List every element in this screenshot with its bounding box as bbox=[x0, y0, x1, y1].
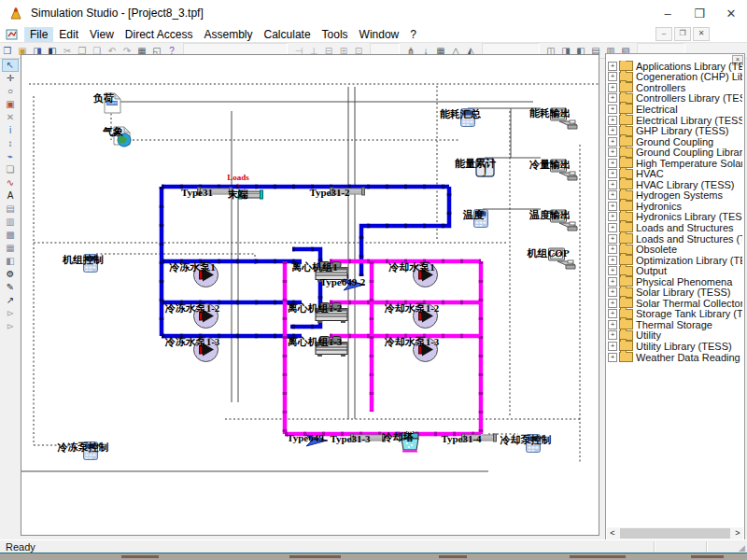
tool-run-icon[interactable]: ↗ bbox=[2, 294, 19, 307]
tree-item-solar-library-tess[interactable]: +Solar Library (TESS) bbox=[608, 287, 742, 298]
expand-icon[interactable]: + bbox=[608, 234, 617, 244]
expand-icon[interactable]: + bbox=[608, 245, 617, 254]
new-icon[interactable]: ❒ bbox=[1, 45, 14, 57]
expand-icon[interactable]: + bbox=[608, 83, 617, 92]
menu-calculate[interactable]: Calculate bbox=[259, 27, 317, 42]
tool-delete-icon[interactable]: ✕ bbox=[2, 111, 19, 124]
tree-item-hydrogen-systems[interactable]: +Hydrogen Systems bbox=[608, 190, 742, 202]
menu-edit[interactable]: Edit bbox=[53, 27, 84, 42]
expand-icon[interactable]: + bbox=[608, 277, 617, 287]
expand-icon[interactable]: + bbox=[608, 287, 617, 297]
expand-icon[interactable]: + bbox=[608, 342, 617, 351]
tool-plug-icon[interactable]: ⌁ bbox=[2, 150, 19, 163]
tool-draw-icon[interactable]: ✎ bbox=[2, 281, 19, 294]
tree-item-hvac[interactable]: +HVAC bbox=[608, 168, 742, 179]
tool-grid-icon[interactable]: ▤ bbox=[2, 203, 19, 216]
resize-grip[interactable]: ◢ bbox=[739, 543, 745, 553]
expand-icon[interactable]: + bbox=[608, 116, 617, 125]
expand-icon[interactable]: + bbox=[608, 330, 617, 340]
tree-item-storage-tank-library-tess[interactable]: +Storage Tank Library (TESS) bbox=[608, 309, 742, 320]
tree-item-controllers[interactable]: +Controllers bbox=[608, 82, 742, 93]
tree-item-controllers-library-tess[interactable]: +Controllers Library (TESS) bbox=[608, 93, 742, 105]
app-logo-icon bbox=[7, 6, 24, 21]
menu-window[interactable]: Window bbox=[354, 27, 405, 42]
tree-item-output[interactable]: +Output bbox=[608, 265, 742, 276]
mdi-restore-button[interactable]: ❐ bbox=[674, 27, 691, 41]
tree-item-ground-coupling-library-tess[interactable]: +Ground Coupling Library (TESS) bbox=[608, 147, 742, 158]
mdi-minimize-button[interactable]: – bbox=[655, 27, 672, 41]
expand-icon[interactable]: + bbox=[608, 180, 617, 189]
menu-direct-access[interactable]: Direct Access bbox=[120, 27, 199, 42]
expand-icon[interactable]: + bbox=[608, 72, 617, 81]
expand-icon[interactable]: + bbox=[608, 169, 617, 178]
tool-stack-icon[interactable]: ▦ bbox=[2, 242, 19, 255]
tree-item-weather-data-reading-and-process[interactable]: +Weather Data Reading and Process bbox=[608, 352, 742, 363]
tool-layers-icon[interactable]: ▩ bbox=[2, 229, 19, 242]
tree-item-loads-and-structures[interactable]: +Loads and Structures bbox=[608, 222, 742, 233]
expand-icon[interactable]: + bbox=[608, 105, 617, 114]
expand-icon[interactable]: + bbox=[608, 126, 617, 135]
tool-select-icon[interactable]: ↖ bbox=[2, 59, 19, 72]
expand-icon[interactable]: + bbox=[608, 62, 617, 71]
scrollbar-thumb[interactable] bbox=[620, 528, 730, 539]
tree-item-thermal-storage[interactable]: +Thermal Storage bbox=[608, 319, 742, 330]
tree-item-ground-coupling[interactable]: +Ground Coupling bbox=[608, 136, 742, 147]
tool-flag-icon[interactable]: ⊳ bbox=[2, 307, 19, 320]
close-button[interactable]: ✕ bbox=[715, 0, 747, 26]
scroll-right-icon[interactable]: > bbox=[732, 527, 743, 539]
assembly-canvas[interactable]: USER负荷气象Type31Loads↓末端Type31-2机组控制冷冻水泵1冷… bbox=[21, 54, 599, 536]
tree-item-electrical[interactable]: +Electrical bbox=[608, 104, 742, 115]
tool-palette-icon[interactable]: ▣ bbox=[2, 98, 19, 111]
menu-tools[interactable]: Tools bbox=[317, 27, 354, 42]
expand-icon[interactable]: + bbox=[608, 159, 617, 168]
tree-item-loads-and-structures-tess[interactable]: +Loads and Structures (TESS) bbox=[608, 233, 742, 245]
expand-icon[interactable]: + bbox=[608, 256, 617, 265]
expand-icon[interactable]: + bbox=[608, 202, 617, 211]
tree-item-applications-library-tess[interactable]: +Applications Library (TESS) bbox=[608, 61, 742, 72]
menu-file[interactable]: File bbox=[24, 27, 53, 42]
tool-flag-2-icon[interactable]: ⊳ bbox=[2, 320, 19, 333]
maximize-button[interactable]: ❒ bbox=[684, 0, 715, 26]
menu-?[interactable]: ? bbox=[404, 27, 422, 42]
tree-item-electrical-library-tess[interactable]: +Electrical Library (TESS) bbox=[608, 115, 742, 126]
tool-grid-2-icon[interactable]: ▥ bbox=[2, 216, 19, 229]
tree-hscrollbar[interactable]: < > bbox=[607, 527, 743, 539]
tool-duplicate-icon[interactable]: ❏ bbox=[2, 163, 19, 176]
mdi-close-button[interactable]: ✕ bbox=[693, 27, 710, 41]
tool-text-icon[interactable]: A bbox=[2, 189, 19, 203]
minimize-button[interactable]: – bbox=[652, 0, 684, 26]
tool-settings-icon[interactable]: ⚙ bbox=[2, 268, 19, 281]
tree-item-hvac-library-tess[interactable]: +HVAC Library (TESS) bbox=[608, 179, 742, 190]
tree-item-hydronics[interactable]: +Hydronics bbox=[608, 201, 742, 212]
expand-icon[interactable]: + bbox=[608, 309, 617, 318]
expand-icon[interactable]: + bbox=[608, 212, 617, 221]
tool-panel-icon[interactable]: ◧ bbox=[2, 255, 19, 268]
scroll-left-icon[interactable]: < bbox=[607, 527, 618, 539]
menu-view[interactable]: View bbox=[84, 27, 120, 42]
expand-icon[interactable]: + bbox=[608, 266, 617, 275]
tree-item-solar-thermal-collectors[interactable]: +Solar Thermal Collectors bbox=[608, 298, 742, 309]
tree-item-ghp-library-tess[interactable]: +GHP Library (TESS) bbox=[608, 125, 742, 136]
tree-item-utility[interactable]: +Utility bbox=[608, 330, 742, 342]
tree-item-obsolete[interactable]: +Obsolete bbox=[608, 244, 742, 255]
menu-assembly[interactable]: Assembly bbox=[199, 27, 259, 42]
tool-zoom-icon[interactable]: ○ bbox=[2, 85, 19, 98]
tool-reorder-icon[interactable]: ↕ bbox=[2, 137, 19, 150]
tool-link-icon[interactable]: ∿ bbox=[2, 176, 19, 189]
expand-icon[interactable]: + bbox=[608, 223, 617, 232]
tool-info-icon[interactable]: i bbox=[2, 124, 19, 137]
expand-icon[interactable]: + bbox=[608, 137, 617, 147]
expand-icon[interactable]: + bbox=[608, 147, 617, 157]
tree-item-physical-phenomena[interactable]: +Physical Phenomena bbox=[608, 276, 742, 287]
expand-icon[interactable]: + bbox=[608, 93, 617, 103]
expand-icon[interactable]: + bbox=[608, 353, 617, 362]
tool-pan-icon[interactable]: ✛ bbox=[2, 72, 19, 85]
expand-icon[interactable]: + bbox=[608, 320, 617, 329]
tree-item-optimization-library-tess[interactable]: +Optimization Library (TESS) bbox=[608, 255, 742, 266]
tree-item-utility-library-tess[interactable]: +Utility Library (TESS) bbox=[608, 341, 742, 352]
tree-item-high-temperature-solar-tess[interactable]: +High Temperature Solar (TESS) bbox=[608, 158, 742, 169]
tree-item-cogeneration-chp-library-tess[interactable]: +Cogeneration (CHP) Library (TESS) bbox=[608, 72, 742, 83]
expand-icon[interactable]: + bbox=[608, 190, 617, 200]
tree-item-hydronics-library-tess[interactable]: +Hydronics Library (TESS) bbox=[608, 212, 742, 223]
expand-icon[interactable]: + bbox=[608, 299, 617, 308]
